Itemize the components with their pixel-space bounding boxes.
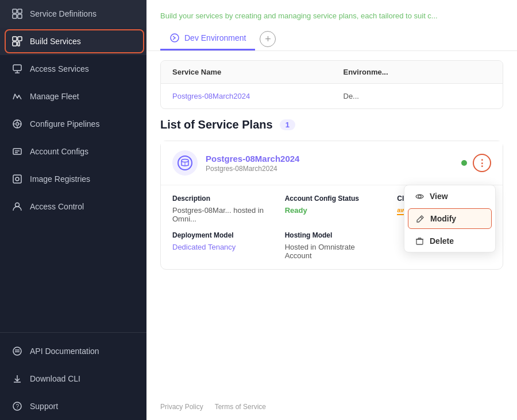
svg-line-34 [420, 217, 422, 219]
svg-point-33 [418, 195, 421, 198]
sidebar-item-api-documentation[interactable]: API Documentation [0, 337, 146, 365]
sidebar-label: Manage Fleet [30, 92, 79, 101]
service-name-cell[interactable]: Postgres-08March2024 [161, 84, 332, 108]
svg-rect-2 [13, 14, 17, 18]
svg-rect-3 [18, 14, 22, 18]
context-menu: View Modify [404, 185, 496, 252]
privacy-policy-link[interactable]: Privacy Policy [160, 403, 203, 411]
service-table: Service Name Environme... Postgres-08Mar… [160, 60, 503, 109]
main-header: Build your services by creating and mana… [146, 0, 517, 51]
account-configs-icon [11, 146, 23, 157]
plan-logo [172, 150, 198, 176]
terms-of-service-link[interactable]: Terms of Service [215, 403, 266, 411]
subtitle: Build your services by creating and mana… [160, 7, 503, 27]
svg-rect-0 [13, 9, 17, 13]
sidebar-label: Support [30, 402, 58, 411]
modify-icon [415, 214, 425, 223]
sidebar-label: Configure Pipelines [30, 119, 99, 129]
hosting-model-value: Hosted in Omnistrate Account [285, 243, 379, 260]
svg-rect-5 [18, 37, 22, 41]
account-config-value: Ready [285, 206, 379, 215]
main-content: Build your services by creating and mana… [146, 0, 517, 420]
sidebar-item-manage-fleet[interactable]: Manage Fleet [0, 83, 146, 110]
sidebar-label: Access Services [30, 64, 89, 73]
svg-text:?: ? [16, 403, 20, 410]
svg-rect-6 [13, 42, 17, 46]
svg-rect-17 [13, 149, 21, 154]
deployment-model-label: Deployment Model [172, 231, 267, 239]
service-definitions-icon [11, 8, 23, 20]
sidebar-item-configure-pipelines[interactable]: Configure Pipelines [0, 110, 146, 138]
sidebar-label: Download CLI [30, 374, 80, 383]
account-config-detail: Account Config Status Ready [285, 195, 379, 223]
sidebar-item-service-definitions[interactable]: Service Definitions [0, 0, 146, 28]
svg-point-23 [13, 347, 21, 355]
image-registries-icon [11, 173, 23, 185]
plan-card-header: Postgres-08March2024 Postgres-08March202… [161, 141, 503, 185]
sidebar-label: Build Services [30, 37, 81, 46]
context-menu-modify[interactable]: Modify [408, 208, 492, 229]
delete-icon [415, 236, 424, 246]
sidebar-item-access-services[interactable]: Access Services [0, 55, 146, 83]
col-environment: Environme... [332, 61, 503, 83]
context-menu-delete[interactable]: Delete [404, 230, 495, 252]
svg-point-21 [16, 177, 19, 181]
deployment-model-detail: Deployment Model Dedicated Tenancy [172, 231, 267, 260]
svg-rect-1 [18, 9, 22, 13]
plans-title-row: List of Service Plans 1 [160, 118, 503, 131]
manage-fleet-icon [11, 91, 23, 102]
dev-environment-tab-icon [169, 33, 180, 43]
sidebar-label: Image Registries [30, 174, 90, 184]
context-menu-view[interactable]: View [404, 185, 495, 207]
sidebar-item-download-cli[interactable]: Download CLI [0, 365, 146, 392]
svg-rect-7 [18, 42, 20, 46]
build-services-icon [11, 36, 23, 47]
sidebar: Service Definitions Build Services Acces… [0, 0, 146, 420]
sidebar-item-account-configs[interactable]: Account Configs [0, 138, 146, 165]
modify-label: Modify [430, 214, 456, 223]
api-documentation-icon [11, 345, 23, 357]
sidebar-label: API Documentation [30, 347, 99, 356]
sidebar-item-access-control[interactable]: Access Control [0, 193, 146, 220]
sidebar-label: Service Definitions [30, 9, 97, 18]
access-services-icon [11, 63, 23, 75]
more-options-button[interactable]: ⋮ View [473, 154, 491, 172]
deployment-model-value[interactable]: Dedicated Tenancy [172, 243, 267, 251]
configure-pipelines-icon [11, 118, 23, 130]
plans-section: List of Service Plans 1 Postgres-08March… [146, 118, 517, 270]
account-config-label: Account Config Status [285, 195, 379, 203]
svg-rect-20 [13, 175, 21, 183]
plan-sub: Postgres-08March2024 [206, 165, 453, 173]
tab-label: Dev Environment [184, 33, 246, 42]
delete-label: Delete [430, 236, 454, 246]
sidebar-item-image-registries[interactable]: Image Registries [0, 165, 146, 193]
tabs: Dev Environment + [160, 27, 503, 50]
sidebar-item-build-services[interactable]: Build Services [0, 28, 146, 55]
plan-info: Postgres-08March2024 Postgres-08March202… [206, 154, 453, 173]
view-icon [415, 192, 424, 201]
plan-card: Postgres-08March2024 Postgres-08March202… [160, 141, 503, 270]
sidebar-label: Access Control [30, 202, 84, 211]
col-service-name: Service Name [161, 61, 332, 83]
add-tab-button[interactable]: + [260, 31, 276, 47]
access-control-icon [11, 201, 23, 212]
description-detail: Description Postgres-08Mar... hosted in … [172, 195, 267, 223]
support-icon: ? [11, 400, 23, 412]
sidebar-label: Account Configs [30, 147, 88, 156]
svg-rect-4 [13, 37, 17, 41]
plans-count-badge: 1 [280, 119, 295, 130]
svg-rect-8 [13, 65, 21, 71]
description-value: Postgres-08Mar... hosted in Omni... [172, 206, 267, 223]
svg-rect-35 [416, 239, 423, 244]
table-row[interactable]: Postgres-08March2024 De... [161, 84, 503, 108]
plans-title: List of Service Plans [160, 118, 273, 131]
view-label: View [430, 192, 448, 201]
svg-point-12 [16, 123, 19, 126]
hosting-model-label: Hosting Model [285, 231, 379, 239]
description-label: Description [172, 195, 267, 203]
tab-dev-environment[interactable]: Dev Environment [160, 27, 255, 50]
hosting-model-detail: Hosting Model Hosted in Omnistrate Accou… [285, 231, 379, 260]
sidebar-item-support[interactable]: ? Support [0, 392, 146, 420]
postgres-icon [177, 155, 193, 171]
download-cli-icon [11, 373, 23, 384]
